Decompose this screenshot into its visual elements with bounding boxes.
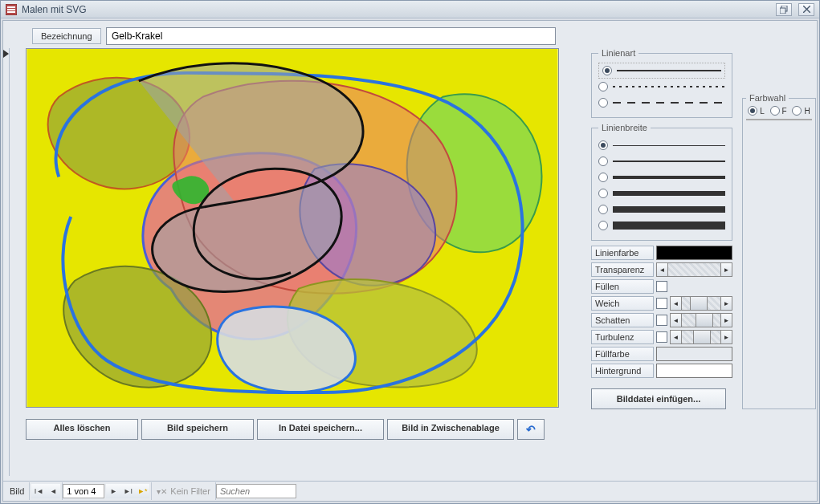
line-width-icon [613, 191, 725, 196]
radio-icon [598, 189, 608, 198]
nav-next-button[interactable]: ► [106, 484, 120, 498]
search-input[interactable] [216, 484, 296, 498]
filter-icon: ▾✕ [157, 487, 167, 496]
linienbreite-option-5[interactable] [598, 201, 725, 217]
filter-indicator[interactable]: ▾✕ Kein Filter [152, 482, 216, 500]
properties-group: Linienfarbe Transparenz ◄► Füllen Weich … [591, 246, 732, 380]
line-width-icon [613, 161, 725, 162]
schatten-label: Schatten [591, 313, 654, 327]
farbwahl-mode-H[interactable]: H [792, 106, 810, 116]
record-selector[interactable] [3, 48, 10, 476]
line-width-icon [613, 206, 725, 213]
radio-icon [598, 140, 608, 150]
form-body: Bezeichnung [2, 20, 818, 502]
linienart-option-solid[interactable] [598, 63, 725, 79]
radio-icon [792, 106, 802, 116]
transparenz-slider[interactable]: ◄► [656, 262, 732, 277]
svg-rect-3 [7, 11, 15, 13]
fuellen-checkbox[interactable] [656, 281, 667, 292]
radio-icon [748, 106, 757, 116]
clipboard-button[interactable]: Bild in Zwischenablage [387, 419, 514, 440]
fuellfarbe-swatch[interactable] [656, 347, 732, 361]
turbulenz-checkbox[interactable] [656, 331, 667, 343]
radio-icon [598, 173, 608, 182]
button-row: Alles löschen Bild speichern In Datei sp… [26, 413, 581, 440]
radio-icon [770, 106, 780, 116]
app-icon [6, 4, 17, 15]
linienart-box: Linienart [591, 48, 732, 118]
window-title: Malen mit SVG [22, 4, 769, 15]
save-image-button[interactable]: Bild speichern [141, 419, 254, 440]
arrow-right-icon: ► [720, 297, 732, 310]
header-row: Bezeichnung [3, 21, 817, 48]
arrow-left-icon: ◄ [671, 331, 682, 343]
radio-icon [598, 205, 608, 214]
arrow-right-icon: ► [720, 263, 732, 276]
app-window: Malen mit SVG Bezeichnung [0, 0, 820, 504]
linienfarbe-label: Linienfarbe [591, 246, 654, 260]
restore-button[interactable] [776, 3, 792, 16]
drawing-canvas[interactable] [26, 48, 559, 408]
linienbreite-option-1[interactable] [598, 137, 725, 153]
main-row: Alles löschen Bild speichern In Datei sp… [3, 48, 817, 481]
linienbreite-option-3[interactable] [598, 169, 725, 185]
bezeichnung-input[interactable] [106, 27, 556, 45]
farbwahl-box: Farbwahl L F H [742, 93, 816, 409]
radio-icon [598, 156, 608, 166]
radio-icon [598, 98, 608, 108]
weich-slider[interactable]: ◄► [670, 296, 732, 311]
svg-rect-2 [7, 9, 15, 10]
schatten-slider[interactable]: ◄► [670, 313, 732, 327]
line-width-icon [613, 222, 725, 230]
weich-checkbox[interactable] [656, 298, 667, 309]
insert-image-file-button[interactable]: Bilddatei einfügen... [591, 388, 726, 409]
side-column: Linienart Linienbreite Linienfarbe [591, 48, 732, 476]
undo-button[interactable]: ↶ [517, 419, 545, 440]
farbwahl-mode-F[interactable]: F [770, 106, 787, 116]
farbwahl-mode-L[interactable]: L [748, 106, 765, 116]
svg-artwork [27, 49, 558, 407]
linienfarbe-swatch[interactable] [656, 246, 732, 260]
radio-icon [598, 82, 608, 91]
record-counter-input[interactable] [63, 484, 104, 498]
hintergrund-label: Hintergrund [591, 364, 654, 378]
svg-rect-5 [780, 8, 785, 14]
titlebar: Malen mit SVG [1, 1, 819, 18]
schatten-checkbox[interactable] [656, 315, 667, 326]
arrow-right-icon: ► [720, 331, 732, 343]
nav-prev-button[interactable]: ◄ [46, 484, 60, 498]
linienbreite-option-4[interactable] [598, 185, 725, 201]
arrow-left-icon: ◄ [657, 263, 668, 276]
fuellen-label: Füllen [591, 279, 654, 294]
linienbreite-option-6[interactable] [598, 217, 725, 234]
linienbreite-box: Linienbreite [591, 123, 732, 241]
linienbreite-option-2[interactable] [598, 153, 725, 169]
close-button[interactable] [798, 3, 814, 16]
farbwahl-legend: Farbwahl [746, 93, 789, 103]
record-selector-arrow-icon [3, 50, 9, 58]
linienart-option-dotted[interactable] [598, 79, 725, 95]
color-spectrum[interactable] [746, 119, 812, 120]
linienbreite-legend: Linienbreite [598, 123, 651, 132]
nav-new-button[interactable]: ►* [135, 484, 149, 498]
save-to-file-button[interactable]: In Datei speichern... [257, 419, 384, 440]
line-width-icon [613, 176, 725, 179]
nav-first-button[interactable]: I◄ [31, 484, 46, 498]
weich-label: Weich [591, 296, 654, 311]
arrow-left-icon: ◄ [671, 297, 682, 310]
radio-icon [602, 66, 612, 75]
line-dashed-icon [613, 102, 725, 104]
linienart-legend: Linienart [598, 48, 638, 58]
arrow-right-icon: ► [720, 314, 732, 327]
fuellfarbe-label: Füllfarbe [591, 347, 654, 361]
farbwahl-column: Farbwahl L F H [742, 48, 816, 476]
turbulenz-slider[interactable]: ◄► [670, 330, 732, 344]
record-label: Bild [5, 482, 30, 500]
svg-rect-1 [7, 6, 15, 8]
linienart-option-dashed[interactable] [598, 95, 725, 111]
line-width-icon [613, 145, 725, 146]
hintergrund-swatch[interactable] [656, 364, 732, 378]
nav-last-button[interactable]: ►I [120, 484, 135, 498]
transparenz-label: Transparenz [591, 262, 654, 277]
clear-all-button[interactable]: Alles löschen [26, 419, 138, 440]
